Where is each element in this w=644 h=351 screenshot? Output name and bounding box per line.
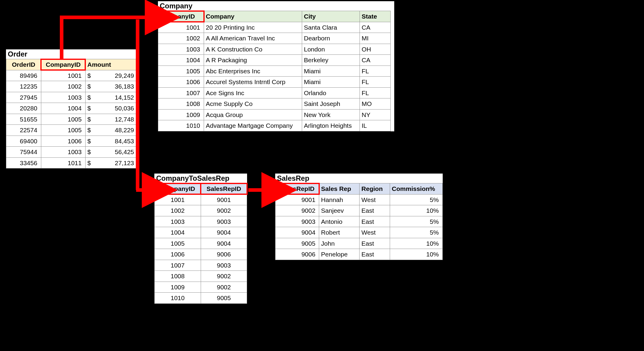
company-cell-id: 1005 — [158, 66, 204, 77]
salesrep-title: SalesRep — [275, 174, 443, 183]
order-cell-amount: $27,123 — [85, 157, 136, 168]
order-cell-orderid: 22574 — [6, 125, 41, 136]
c2s-cell-salesrepid: 9004 — [201, 238, 247, 249]
c2s-cell-companyid: 1010 — [155, 293, 201, 304]
table-row: 9003AntonioEast5% — [275, 216, 443, 227]
c2s-cell-companyid: 1002 — [155, 205, 201, 216]
company-cell-name: Acqua Group — [204, 109, 302, 120]
company-cell-state: CA — [360, 22, 391, 33]
order-cell-amount: $12,748 — [85, 114, 136, 125]
table-row: 10109005 — [155, 293, 247, 304]
c2s-hdr-salesrepid: SalesRepID — [201, 183, 247, 195]
order-cell-orderid: 27945 — [6, 92, 41, 103]
company-cell-state: NY — [360, 109, 391, 120]
company-cell-id: 1001 — [158, 22, 204, 33]
salesrep-cell-region: East — [360, 205, 390, 216]
order-cell-orderid: 89496 — [6, 70, 41, 81]
c2s-grid: CompanyID SalesRepID 1001900110029002100… — [154, 183, 247, 304]
c2s-cell-companyid: 1006 — [155, 249, 201, 260]
order-cell-companyid: 1003 — [41, 147, 85, 158]
company-hdr-state: State — [360, 11, 391, 22]
order-cell-companyid: 1004 — [41, 103, 85, 114]
order-cell-amount: $50,036 — [85, 103, 136, 114]
salesrep-grid: SalesRepID Sales Rep Region Commission% … — [275, 183, 443, 260]
c2s-cell-companyid: 1004 — [155, 227, 201, 238]
order-hdr-orderid: OrderID — [6, 59, 41, 70]
salesrep-cell-name: Robert — [319, 227, 360, 238]
company-cell-city: Saint Joseph — [302, 98, 360, 110]
company-cell-name: 20 20 Printing Inc — [204, 22, 302, 33]
company-cell-city: London — [302, 44, 360, 55]
salesrep-cell-comm: 5% — [390, 216, 442, 227]
order-cell-companyid: 1001 — [41, 70, 85, 81]
table-row: 9001HannahWest5% — [275, 194, 443, 205]
salesrep-cell-id: 9004 — [275, 227, 319, 238]
table-row: 1003A K Construction CoLondonOH — [158, 44, 391, 55]
table-row: 225741005$48,229 — [6, 125, 136, 136]
order-cell-orderid: 75944 — [6, 147, 41, 158]
company-cell-name: Ace Signs Inc — [204, 87, 302, 98]
order-cell-companyid: 1005 — [41, 114, 85, 125]
table-row: 1008Acme Supply CoSaint JosephMO — [158, 98, 391, 110]
company-cell-name: Accurel Systems Intrntl Corp — [204, 77, 302, 88]
company-hdr-company: Company — [204, 11, 302, 22]
c2s-title: CompanyToSalesRep — [154, 174, 247, 183]
order-cell-amount: $14,152 — [85, 92, 136, 103]
order-cell-amount: $29,249 — [85, 70, 136, 81]
table-row: 694001006$84,453 — [6, 136, 136, 147]
order-cell-orderid: 12235 — [6, 81, 41, 92]
order-cell-amount: $48,229 — [85, 125, 136, 136]
salesrep-hdr-region: Region — [360, 183, 390, 195]
c2s-cell-companyid: 1005 — [155, 238, 201, 249]
table-row: 334561011$27,123 — [6, 157, 136, 168]
company-cell-city: Dearborn — [302, 33, 360, 44]
company-cell-city: Arlington Heights — [302, 120, 360, 131]
order-table: Order OrderID CompanyID Amount 894961001… — [6, 49, 136, 168]
salesrep-cell-comm: 10% — [390, 238, 442, 249]
order-cell-companyid: 1002 — [41, 81, 85, 92]
salesrep-cell-id: 9005 — [275, 238, 319, 249]
table-row: 10019001 — [155, 194, 247, 205]
company-cell-name: Abc Enterprises Inc — [204, 66, 302, 77]
c2s-cell-companyid: 1001 — [155, 194, 201, 205]
salesrep-cell-name: Hannah — [319, 194, 360, 205]
table-row: 10049004 — [155, 227, 247, 238]
order-cell-orderid: 33456 — [6, 157, 41, 168]
table-row: 202801004$50,036 — [6, 103, 136, 114]
company-cell-city: Orlando — [302, 87, 360, 98]
order-cell-companyid: 1011 — [41, 157, 85, 168]
company-cell-state: MO — [360, 98, 391, 110]
arrow-order-to-c2s — [136, 19, 153, 190]
company-cell-state: IL — [360, 120, 391, 131]
company-cell-name: Acme Supply Co — [204, 98, 302, 110]
c2s-table: CompanyToSalesRep CompanyID SalesRepID 1… — [154, 174, 247, 304]
order-cell-orderid: 20280 — [6, 103, 41, 114]
company-cell-name: A R Packaging — [204, 55, 302, 66]
table-row: 894961001$29,249 — [6, 70, 136, 81]
salesrep-cell-comm: 10% — [390, 205, 442, 216]
c2s-cell-salesrepid: 9002 — [201, 271, 247, 282]
c2s-cell-salesrepid: 9003 — [201, 260, 247, 271]
salesrep-cell-name: Sanjeev — [319, 205, 360, 216]
salesrep-cell-id: 9001 — [275, 194, 319, 205]
table-row: 10069006 — [155, 249, 247, 260]
order-cell-orderid: 51655 — [6, 114, 41, 125]
company-cell-id: 1003 — [158, 44, 204, 55]
c2s-cell-salesrepid: 9006 — [201, 249, 247, 260]
table-row: 10039003 — [155, 216, 247, 227]
order-grid: OrderID CompanyID Amount 894961001$29,24… — [6, 59, 136, 168]
table-row: 279451003$14,152 — [6, 92, 136, 103]
table-row: 1004A R PackagingBerkeleyCA — [158, 55, 391, 66]
table-row: 10099002 — [155, 282, 247, 293]
company-cell-state: MI — [360, 33, 391, 44]
company-cell-id: 1008 — [158, 98, 204, 110]
table-row: 1005Abc Enterprises IncMiamiFL — [158, 66, 391, 77]
c2s-cell-salesrepid: 9004 — [201, 227, 247, 238]
company-cell-state: OH — [360, 44, 391, 55]
order-cell-orderid: 69400 — [6, 136, 41, 147]
salesrep-cell-name: Antonio — [319, 216, 360, 227]
salesrep-cell-id: 9006 — [275, 249, 319, 260]
company-cell-state: FL — [360, 87, 391, 98]
c2s-cell-salesrepid: 9002 — [201, 282, 247, 293]
company-hdr-city: City — [302, 11, 360, 22]
